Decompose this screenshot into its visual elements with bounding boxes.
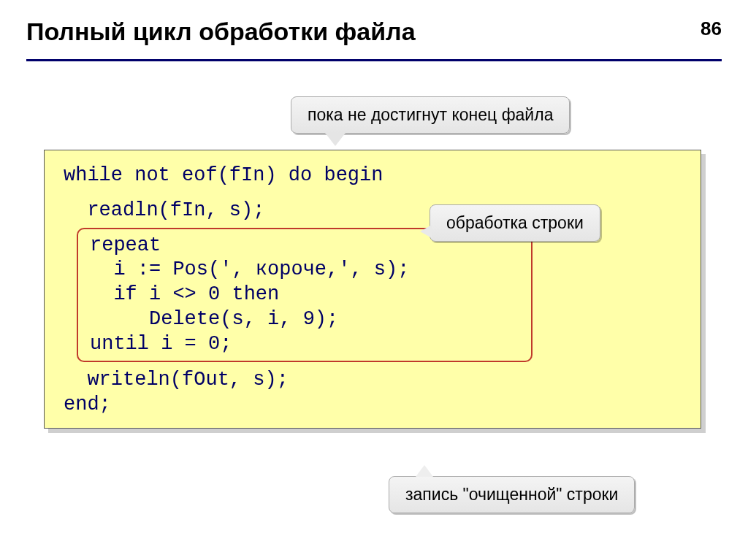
code-line: if i <> 0 then [90,283,521,307]
code-line: writeln(fOut, s); [64,368,682,393]
page-number: 86 [701,18,722,40]
code-line: Delete(s, i, 9); [90,307,521,332]
code-block-inner: while not eof(fIn) do begin readln(fIn, … [44,150,701,429]
code-block: while not eof(fIn) do begin readln(fIn, … [44,150,701,429]
header-row: Полный цикл обработки файла 86 [26,18,722,59]
code-line: until i = 0; [90,332,521,357]
slide: Полный цикл обработки файла 86 пока не д… [0,0,748,560]
callout-eof: пока не достигнут конец файла [291,96,570,134]
code-line: while not eof(fIn) do begin [64,164,682,188]
page-title: Полный цикл обработки файла [26,18,416,59]
code-line: i := Pos(', короче,', s); [90,258,521,283]
title-divider [26,59,722,61]
code-line: end; [64,393,682,418]
callout-write: запись "очищенной" строки [389,476,635,513]
callout-process: обработка строки [430,204,600,242]
repeat-block: repeat i := Pos(', короче,', s); if i <>… [77,228,533,363]
